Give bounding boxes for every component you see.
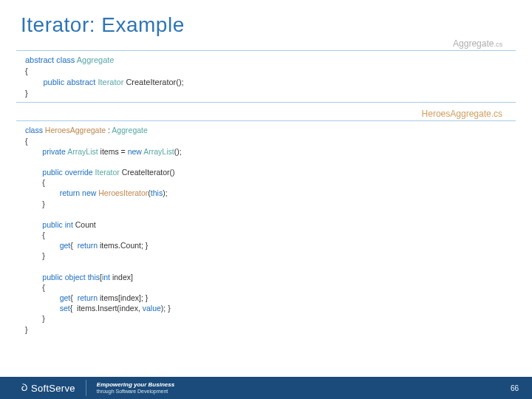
brand-text: SoftServe [31, 383, 75, 394]
file-label-heroes: HeroesAggregate.cs [0, 109, 532, 119]
slide-title: Iterator: Example [0, 0, 532, 37]
swirl-icon [18, 383, 28, 393]
footer-bar: SoftServe Empowering your Business throu… [0, 377, 532, 399]
code-block-aggregate: abstract class Aggregate { public abstra… [16, 50, 516, 103]
page-number: 66 [511, 384, 519, 392]
footer-tagline: Empowering your Business through Softwar… [97, 381, 174, 394]
file-label-aggregate: Aggregate.cs [0, 38, 532, 49]
code-block-heroes: class HeroesAggregate : Aggregate { priv… [16, 120, 516, 334]
brand-logo: SoftServe [0, 383, 75, 394]
footer-separator [86, 380, 86, 396]
